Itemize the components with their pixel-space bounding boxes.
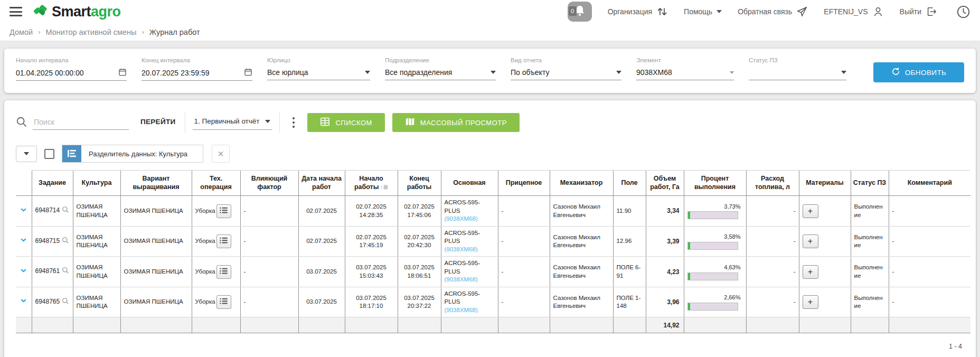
column-header[interactable]: Прицепное (498, 171, 550, 196)
more-options-button[interactable] (287, 114, 300, 131)
cell-fuel: - (746, 196, 799, 227)
divider (185, 112, 185, 133)
notifications-button[interactable]: 0 (568, 2, 592, 22)
cell-task: 6948714 (32, 196, 73, 227)
cell-work-start: 02.07.2025 17:45:19 (345, 226, 398, 257)
cell-trailer: - (498, 257, 550, 287)
nav-logout[interactable]: Выйти (900, 6, 937, 17)
worklog-table: ЗаданиеКультураВариант выращиванияТех. о… (16, 170, 970, 333)
chevron-down-icon[interactable] (21, 237, 26, 246)
clock-button[interactable] (956, 5, 970, 19)
legal-entity-select[interactable]: Все юрлица (267, 68, 370, 80)
search-icon[interactable] (62, 208, 69, 214)
list-view-label: СПИСКОМ (335, 119, 372, 127)
search-icon[interactable] (62, 299, 69, 306)
nav-organization[interactable]: Организация (608, 6, 668, 17)
operation-list-button[interactable] (216, 295, 231, 309)
breadcrumb-home[interactable]: Домой (10, 28, 33, 36)
column-header[interactable]: Механизатор (550, 171, 613, 196)
search-input[interactable] (33, 116, 129, 130)
go-button[interactable]: ПЕРЕЙТИ (140, 118, 175, 126)
add-material-button[interactable]: + (803, 295, 818, 309)
breadcrumb-monitor[interactable]: Монитор активной смены (46, 28, 137, 36)
column-header[interactable]: Основная (441, 171, 498, 196)
column-header[interactable]: Комментарий (889, 171, 970, 196)
search-icon[interactable] (62, 269, 69, 275)
map-icon (405, 117, 415, 128)
column-header[interactable]: Расход топлива, л (746, 171, 799, 196)
list-view-button[interactable]: СПИСКОМ (307, 113, 384, 132)
group-dropdown-button[interactable] (16, 146, 37, 162)
column-header[interactable]: Объем работ, Га (646, 171, 684, 196)
grouping-row: Разделитель данных: Культура × (4, 136, 976, 169)
report-variant-select[interactable]: 1. Первичный отчёт (193, 115, 272, 130)
add-material-button[interactable]: + (803, 204, 818, 218)
division-select[interactable]: Все подразделения (385, 68, 496, 80)
main-vehicle-link[interactable]: (9038ХМ68) (445, 215, 478, 222)
cell-variant: ОЗИМАЯ ПШЕНИЦА (120, 287, 192, 317)
chevron-down-icon[interactable] (21, 268, 26, 276)
filter-division: Подразделение Все подразделения (385, 57, 496, 80)
operation-list-button[interactable] (216, 204, 231, 218)
cell-date-start: 03.07.2025 (298, 287, 345, 317)
column-header[interactable]: Процент выполнения (684, 171, 746, 196)
column-header[interactable]: Конец работы (398, 171, 441, 196)
cell-comment: - (889, 196, 970, 227)
main-vehicle-link[interactable]: (9038ХМ68) (445, 246, 478, 252)
worklog-panel: ПЕРЕЙТИ 1. Первичный отчёт СПИСКОМ МАССО… (4, 100, 976, 357)
chevron-down-icon[interactable] (21, 207, 26, 215)
chevron-down-icon (265, 120, 270, 123)
status-pz-select[interactable] (749, 68, 846, 80)
cell-fuel: - (746, 287, 799, 317)
data-splitter-chip[interactable]: Разделитель данных: Культура (62, 145, 203, 163)
column-header[interactable]: Начало работы↑≣ (345, 171, 398, 196)
cell-percent: 2,66% (684, 287, 746, 317)
calendar-icon[interactable] (118, 68, 127, 78)
filter-report-type: Вид отчета По объекту (511, 57, 621, 80)
operation-list-button[interactable] (216, 265, 231, 279)
column-header[interactable]: Вариант выращивания (120, 171, 192, 196)
refresh-button-label: ОБНОВИТЬ (905, 69, 947, 77)
cell-volume: 3,39 (646, 226, 684, 257)
select-all-checkbox[interactable] (44, 149, 54, 159)
filter-interval-start: Начало интервала 01.04.2025 00:00:00 (16, 57, 127, 81)
cell-date-start: 03.07.2025 (298, 257, 345, 287)
column-header[interactable]: Тех. операция (192, 171, 240, 196)
remove-grouping-button[interactable]: × (212, 145, 230, 163)
interval-end-input[interactable]: 20.07.2025 23:59:59 (142, 68, 252, 81)
column-header[interactable]: Влияющий фактор (240, 171, 298, 196)
chevron-down-icon[interactable] (21, 298, 26, 306)
column-header[interactable]: Культура (73, 171, 120, 196)
column-header[interactable]: Задание (32, 171, 73, 196)
refresh-button[interactable]: ОБНОВИТЬ (873, 62, 964, 82)
column-header[interactable]: Поле (613, 171, 646, 196)
cell-volume: 3,34 (646, 196, 684, 227)
cell-materials: + (799, 196, 851, 227)
cell-operator: Сазонов Михаил Евгеньевич (550, 226, 613, 257)
calendar-icon[interactable] (244, 68, 252, 78)
add-material-button[interactable]: + (803, 234, 818, 248)
cell-comment: - (889, 226, 970, 257)
operation-list-button[interactable] (216, 234, 231, 248)
nav-feedback[interactable]: Обратная связь (738, 6, 808, 17)
report-type-select[interactable]: По объекту (511, 68, 621, 80)
hamburger-menu-icon[interactable] (10, 7, 22, 16)
mass-view-button[interactable]: МАССОВЫЙ ПРОСМОТР (392, 113, 520, 132)
cell-percent: 3,58% (684, 226, 746, 257)
user-icon (872, 6, 884, 17)
interval-start-input[interactable]: 01.04.2025 00:00:00 (16, 68, 127, 81)
column-header[interactable]: Материалы (799, 171, 851, 196)
element-combobox[interactable]: 9038ХМ68 (636, 68, 734, 80)
column-header[interactable]: Дата начала работ (298, 171, 345, 196)
main-vehicle-link[interactable]: (9038ХМ68) (445, 276, 478, 283)
app-logo[interactable]: Smartagro (32, 2, 121, 21)
cell-percent: 4,63% (684, 257, 746, 287)
column-header[interactable]: Статус ПЗ (851, 171, 889, 196)
chevron-down-icon (841, 71, 846, 74)
main-vehicle-link[interactable]: (9038ХМ68) (445, 307, 478, 313)
nav-user[interactable]: EFTENIJ_VS (824, 6, 883, 17)
nav-help[interactable]: Помощь (684, 7, 722, 16)
add-material-button[interactable]: + (803, 265, 818, 279)
search-icon[interactable] (62, 239, 69, 245)
cell-operation: Уборка (192, 196, 240, 227)
